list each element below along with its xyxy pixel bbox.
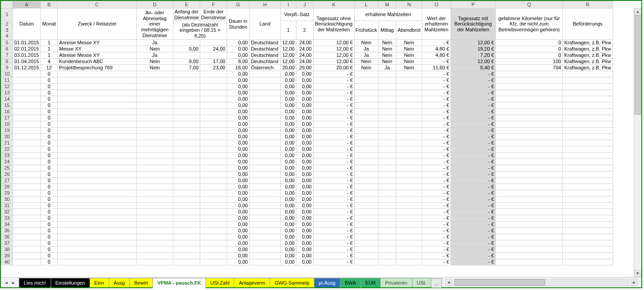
cell[interactable]: 0 [41, 165, 58, 171]
cell[interactable]: Deutschland [249, 40, 281, 46]
cell[interactable] [562, 146, 613, 153]
cell[interactable]: - € [313, 128, 354, 134]
cell[interactable] [13, 84, 41, 90]
cell[interactable] [378, 77, 396, 84]
cell[interactable] [173, 253, 200, 259]
cell[interactable]: 24,00 [296, 52, 313, 59]
cell[interactable]: - € [422, 247, 451, 253]
cell[interactable]: 0,00 [281, 247, 296, 253]
cell[interactable] [396, 247, 422, 253]
cell[interactable] [173, 90, 200, 96]
cell[interactable] [249, 121, 281, 128]
cell[interactable]: - € [451, 228, 495, 234]
cell[interactable]: - € [313, 203, 354, 209]
cell[interactable]: - € [313, 178, 354, 184]
cell[interactable]: - € [313, 184, 354, 190]
cell[interactable]: 23,00 [200, 65, 227, 71]
cell[interactable]: 0,00 [296, 234, 313, 240]
cell[interactable] [58, 140, 137, 146]
cell[interactable] [249, 196, 281, 203]
cell[interactable] [354, 71, 378, 77]
row-header[interactable]: 31 [1, 203, 13, 209]
cell[interactable]: 0,00 [227, 159, 249, 165]
column-header[interactable]: C [58, 1, 137, 9]
row-header[interactable]: 21 [1, 140, 13, 146]
row-header[interactable]: 22 [1, 146, 13, 153]
cell[interactable]: 0,00 [281, 153, 296, 159]
cell[interactable] [562, 228, 613, 234]
cell[interactable]: 12,00 [281, 52, 296, 59]
cell[interactable]: 0,00 [227, 184, 249, 190]
cell[interactable] [354, 121, 378, 128]
table-row[interactable]: 901.12.201512Projektbesprechung 789Nein7… [1, 65, 613, 71]
cell[interactable] [13, 253, 41, 259]
cell[interactable]: 0,00 [281, 209, 296, 215]
cell[interactable]: 0 [41, 247, 58, 253]
cell[interactable] [249, 184, 281, 190]
cell[interactable] [173, 178, 200, 184]
cell[interactable] [200, 96, 227, 102]
cell[interactable]: 0,00 [296, 215, 313, 222]
cell[interactable]: Nein [354, 65, 378, 71]
cell[interactable] [58, 184, 137, 190]
cell[interactable]: - € [313, 196, 354, 203]
cell[interactable]: Kraftwagen, z.B. Pkw [562, 40, 613, 46]
cell[interactable] [13, 146, 41, 153]
cell[interactable]: 4,80 € [422, 46, 451, 52]
cell[interactable] [562, 77, 613, 84]
cell[interactable] [378, 121, 396, 128]
cell[interactable]: 0,00 [296, 77, 313, 84]
table-row[interactable]: 3000,000,000,00- €- €- € [1, 196, 613, 203]
cell[interactable] [249, 203, 281, 209]
table-row[interactable]: 3900,000,000,00- €- €- € [1, 253, 613, 259]
cell[interactable] [495, 90, 562, 96]
cell[interactable] [495, 128, 562, 134]
cell[interactable] [354, 115, 378, 121]
cell[interactable]: 0,00 [227, 203, 249, 209]
cell[interactable] [173, 171, 200, 178]
cell[interactable] [495, 159, 562, 165]
cell[interactable] [354, 222, 378, 228]
cell[interactable]: 0 [41, 171, 58, 178]
cell[interactable]: 0 [495, 46, 562, 52]
row-header[interactable]: 1 [1, 9, 13, 21]
cell[interactable]: - € [422, 178, 451, 184]
cell[interactable] [249, 240, 281, 247]
table-row[interactable]: 1200,000,000,00- €- €- € [1, 84, 613, 90]
cell[interactable]: 0,00 [227, 140, 249, 146]
cell[interactable] [495, 102, 562, 109]
cell[interactable]: Ja [137, 52, 173, 59]
cell[interactable] [495, 71, 562, 77]
cell[interactable]: 0 [41, 102, 58, 109]
cell[interactable]: 01.12.2015 [13, 65, 41, 71]
cell[interactable] [396, 146, 422, 153]
cell[interactable] [58, 165, 137, 171]
cell[interactable] [13, 203, 41, 209]
cell[interactable]: 0,00 [296, 153, 313, 159]
cell[interactable] [200, 215, 227, 222]
cell[interactable] [495, 165, 562, 171]
cell[interactable]: 0,00 [296, 134, 313, 140]
cell[interactable] [13, 96, 41, 102]
cell[interactable] [396, 71, 422, 77]
cell[interactable] [13, 90, 41, 96]
cell[interactable] [562, 102, 613, 109]
cell[interactable] [137, 71, 173, 77]
cell[interactable] [58, 209, 137, 215]
scroll-left-arrow[interactable]: ◄ [445, 279, 452, 286]
cell[interactable] [249, 153, 281, 159]
row-header[interactable]: 20 [1, 134, 13, 140]
cell[interactable] [378, 84, 396, 90]
cell[interactable] [249, 165, 281, 171]
column-header[interactable]: L [354, 1, 378, 9]
cell[interactable]: - € [422, 59, 451, 65]
cell[interactable] [13, 259, 41, 265]
row-header[interactable]: 32 [1, 209, 13, 215]
cell[interactable]: - € [422, 146, 451, 153]
cell[interactable] [495, 109, 562, 115]
cell[interactable]: 0 [41, 146, 58, 153]
cell[interactable]: 0 [41, 253, 58, 259]
cell[interactable] [200, 52, 227, 59]
cell[interactable]: - € [451, 215, 495, 222]
cell[interactable]: Kraftwagen, z.B. Pkw [562, 52, 613, 59]
